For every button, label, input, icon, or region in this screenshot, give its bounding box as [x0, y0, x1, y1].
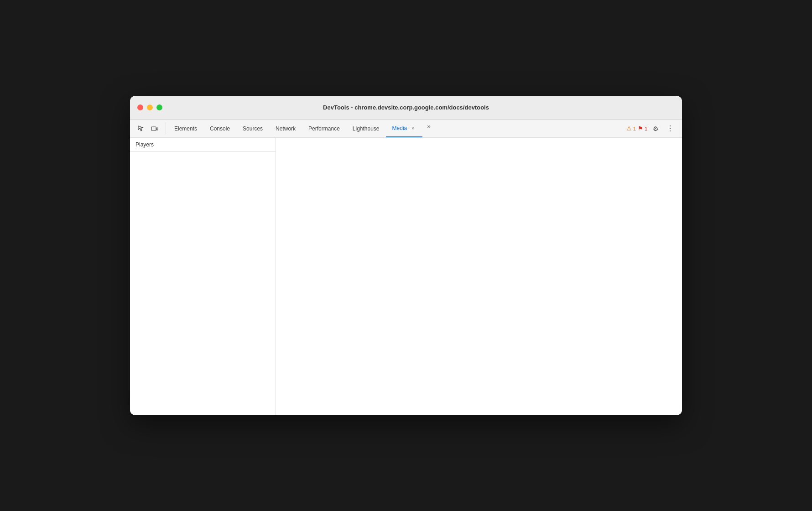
sidebar: Players: [130, 138, 276, 415]
close-button[interactable]: [137, 104, 143, 110]
inspect-icon: [137, 125, 145, 132]
warning-count: 1: [633, 126, 636, 131]
device-toolbar-button[interactable]: [148, 122, 161, 135]
warning-badge[interactable]: ⚠ 1: [626, 125, 636, 132]
title-bar: DevTools - chrome.devsite.corp.google.co…: [130, 96, 682, 120]
window-controls: [137, 104, 162, 110]
window-title: DevTools - chrome.devsite.corp.google.co…: [323, 104, 489, 111]
tab-media-close[interactable]: ×: [410, 125, 416, 131]
tab-elements[interactable]: Elements: [168, 120, 203, 137]
chevron-right-icon: »: [427, 123, 431, 130]
toolbar-divider: [166, 122, 166, 135]
error-count: 1: [645, 126, 647, 131]
content-area: [276, 138, 682, 415]
more-menu-button[interactable]: ⋮: [664, 122, 677, 135]
settings-button[interactable]: ⚙: [649, 122, 662, 135]
maximize-button[interactable]: [156, 104, 162, 110]
toolbar-right: ⚠ 1 ⚑ 1 ⚙ ⋮: [623, 120, 680, 137]
device-icon: [151, 125, 158, 132]
error-flag-icon: ⚑: [638, 125, 643, 132]
gear-icon: ⚙: [653, 125, 659, 132]
error-badge[interactable]: ⚑ 1: [638, 125, 647, 132]
svg-rect-1: [156, 128, 158, 130]
tab-media[interactable]: Media ×: [386, 120, 423, 137]
devtools-window: DevTools - chrome.devsite.corp.google.co…: [130, 96, 682, 415]
inspect-element-button[interactable]: [135, 122, 147, 135]
more-tabs-button[interactable]: »: [422, 120, 435, 132]
tabs-area: Elements Console Sources Network Perform…: [168, 120, 623, 137]
more-vertical-icon: ⋮: [666, 124, 674, 133]
minimize-button[interactable]: [147, 104, 153, 110]
tab-performance[interactable]: Performance: [302, 120, 346, 137]
tab-sources[interactable]: Sources: [236, 120, 269, 137]
main-content: Players: [130, 138, 682, 415]
tab-lighthouse[interactable]: Lighthouse: [346, 120, 386, 137]
toolbar-left-icons: [132, 120, 164, 137]
toolbar: Elements Console Sources Network Perform…: [130, 120, 682, 138]
sidebar-header: Players: [130, 138, 276, 152]
svg-rect-0: [151, 127, 156, 130]
tab-network[interactable]: Network: [269, 120, 302, 137]
tab-console[interactable]: Console: [203, 120, 236, 137]
warning-triangle-icon: ⚠: [626, 125, 632, 132]
